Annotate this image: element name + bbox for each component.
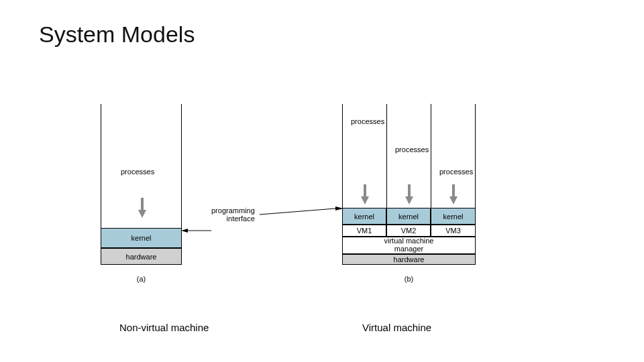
interface-pointer-right (260, 206, 343, 219)
fig-b-col0-vm-text: VM1 (357, 227, 372, 235)
fig-b-col2-right (475, 104, 476, 208)
svg-rect-6 (408, 184, 411, 196)
fig-a-processes-label: processes (121, 168, 154, 176)
programming-interface-label: programming interface (211, 206, 255, 223)
fig-b-col1-kernel-text: kernel (398, 213, 419, 221)
fig-b-col1-processes: processes (395, 145, 429, 154)
page-title: System Models (39, 21, 195, 48)
fig-a-hardware-box: hardware (101, 248, 182, 265)
fig-a-kernel-text: kernel (131, 234, 152, 242)
arrow-down-icon (138, 198, 144, 215)
fig-b-col2-left (431, 104, 431, 208)
system-models-figure: processes kernel hardware (a) programmin… (101, 104, 490, 302)
caption-virtual: Virtual machine (362, 322, 431, 333)
svg-marker-9 (449, 196, 458, 204)
fig-b-col1-vm: VM2 (386, 225, 431, 237)
fig-a-hardware-text: hardware (126, 253, 157, 261)
fig-b-col1-vm-text: VM2 (401, 227, 417, 235)
fig-b-col2-vm-text: VM3 (445, 227, 461, 235)
arrow-down-icon (449, 184, 455, 202)
svg-marker-3 (181, 229, 188, 233)
svg-marker-11 (335, 206, 343, 210)
fig-b-hardware-text: hardware (394, 255, 425, 263)
fig-b-hardware-box: hardware (342, 254, 476, 265)
fig-b-col0-kernel: kernel (342, 208, 386, 225)
fig-b-col1-kernel: kernel (386, 208, 431, 225)
svg-rect-0 (141, 198, 144, 210)
fig-b-col0-processes: processes (351, 117, 384, 125)
svg-rect-8 (452, 184, 455, 196)
fig-b-col2-kernel: kernel (431, 208, 476, 225)
svg-marker-7 (405, 196, 413, 204)
svg-marker-1 (138, 210, 146, 218)
fig-a-caption: (a) (101, 275, 182, 283)
fig-a-right-border (181, 104, 182, 228)
caption-non-virtual: Non-virtual machine (119, 322, 209, 333)
svg-rect-4 (364, 184, 366, 196)
fig-b-col0-left (342, 104, 343, 208)
svg-marker-5 (361, 196, 369, 204)
fig-b-col2-kernel-text: kernel (443, 213, 464, 221)
fig-b-caption: (b) (342, 275, 476, 283)
fig-b-col0-kernel-text: kernel (354, 213, 374, 221)
arrow-down-icon (405, 184, 411, 202)
interface-pointer-left (181, 226, 211, 238)
fig-b-col2-vm: VM3 (431, 225, 476, 237)
fig-b-col0-vm: VM1 (342, 225, 386, 237)
fig-b-col1-left (386, 104, 387, 208)
fig-b-vmm-box: virtual machine manager (342, 237, 476, 254)
fig-b-col2-processes: processes (439, 168, 473, 176)
svg-line-10 (260, 208, 335, 215)
fig-b-vmm-text: virtual machine manager (384, 237, 434, 253)
fig-a-kernel-box: kernel (101, 228, 182, 248)
fig-a-left-border (101, 104, 101, 228)
arrow-down-icon (361, 184, 366, 202)
